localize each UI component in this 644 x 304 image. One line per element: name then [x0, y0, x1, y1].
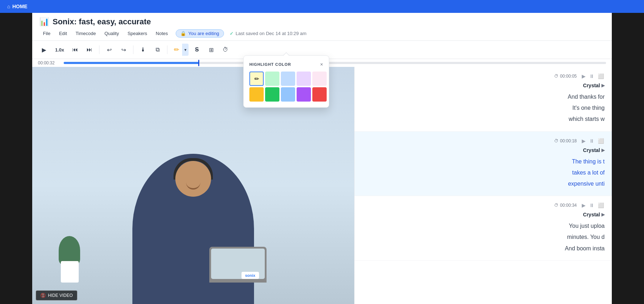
clock-icon-2: ⏱: [554, 138, 558, 143]
menu-edit[interactable]: Edit: [55, 29, 70, 38]
timeline-fill: [64, 62, 199, 64]
color-swatch-light-green[interactable]: [265, 72, 279, 86]
editing-badge: 🔒 You are editing: [176, 29, 224, 38]
menu-file[interactable]: File: [39, 29, 54, 38]
color-swatch-blue[interactable]: [281, 87, 295, 102]
color-swatch-purple[interactable]: [297, 87, 311, 102]
menu-speakers[interactable]: Speakers: [124, 29, 151, 38]
menu-quality[interactable]: Quality: [101, 29, 122, 38]
color-swatch-light-purple[interactable]: [297, 72, 311, 86]
popup-close-button[interactable]: ×: [320, 62, 323, 67]
color-swatch-yellow[interactable]: [249, 87, 264, 102]
segment-time-1: ⏱ 00:00:05: [554, 74, 577, 79]
hide-video-button[interactable]: 📵 HIDE VIDEO: [36, 290, 77, 300]
seg-note-btn-1[interactable]: ⬜: [597, 73, 605, 80]
color-grid: ✏: [249, 72, 323, 102]
separator-3: [167, 45, 167, 54]
host-head: [175, 161, 211, 197]
speaker-name-2[interactable]: Crystal ▶: [583, 147, 605, 153]
segment-meta-3: ⏱ 00:00:34 ▶ ⏸ ⬜: [362, 202, 605, 209]
highlight-color-popup: HIGHLIGHT COLOR × ✏: [243, 55, 329, 108]
color-swatch-green[interactable]: [265, 87, 279, 102]
speaker-arrow-icon-3: ▶: [601, 212, 605, 217]
laptop-screen: sonix: [211, 249, 265, 279]
highlight-button[interactable]: ✏: [171, 44, 182, 56]
highlight-dropdown-button[interactable]: ▼: [182, 44, 189, 56]
popup-arrow: [283, 53, 289, 56]
segment-actions-2: ▶ ⏸ ⬜: [581, 137, 605, 144]
segment-actions-1: ▶ ⏸ ⬜: [581, 73, 605, 80]
strikethrough-button[interactable]: S: [191, 44, 203, 56]
timeline-cursor: [198, 60, 199, 66]
speaker-arrow-icon-1: ▶: [601, 83, 605, 88]
menu-timecode[interactable]: Timecode: [72, 29, 99, 38]
highlight-btn-group: ✏ ▼: [171, 44, 189, 56]
segment-time-3: ⏱ 00:00:34: [554, 203, 577, 208]
popup-header: HIGHLIGHT COLOR ×: [249, 62, 323, 67]
seg-note-btn-3[interactable]: ⬜: [597, 202, 605, 209]
clock-button[interactable]: ⏱: [219, 44, 231, 56]
title-row: 📊 Sonix: fast, easy, accurate: [39, 17, 605, 26]
temperature-button[interactable]: 🌡: [137, 44, 149, 56]
menu-notes[interactable]: Notes: [152, 29, 171, 38]
transcript-text-2[interactable]: The thing is t takes a lot of expensive …: [362, 157, 605, 189]
play-button[interactable]: ▶: [38, 44, 50, 56]
home-icon: ⌂: [7, 4, 10, 9]
lock-icon: 🔒: [180, 31, 186, 36]
editing-badge-label: You are editing: [188, 31, 219, 36]
copy-button[interactable]: ⧉: [151, 44, 164, 56]
transcript-text-1[interactable]: And thanks for It's one thing which star…: [362, 92, 605, 124]
saved-status: ✓ Last saved on Dec 14 at 10:29 am: [230, 31, 307, 36]
undo-button[interactable]: ↩: [103, 44, 115, 56]
timeline-bar[interactable]: [64, 62, 606, 64]
video-off-icon: 📵: [40, 293, 46, 298]
seg-pause-btn-2[interactable]: ⏸: [589, 137, 595, 144]
rewind-button[interactable]: ⏮: [69, 44, 81, 56]
separator-1: [99, 45, 99, 54]
plant-pot: [61, 261, 79, 283]
speaker-row-1: Crystal ▶: [362, 83, 605, 88]
seg-pause-btn-1[interactable]: ⏸: [589, 73, 595, 80]
color-swatch-eraser[interactable]: ✏: [249, 72, 264, 86]
clone-button[interactable]: ⊞: [205, 44, 217, 56]
plant-leaves: [59, 236, 80, 265]
transcript-segment: ⏱ 00:00:05 ▶ ⏸ ⬜ Crystal ▶: [355, 67, 612, 132]
clock-icon-1: ⏱: [554, 74, 558, 79]
speaker-name-1[interactable]: Crystal ▶: [583, 83, 605, 88]
seg-play-btn-1[interactable]: ▶: [581, 73, 586, 80]
transcript-panel[interactable]: ⏱ 00:00:05 ▶ ⏸ ⬜ Crystal ▶: [354, 67, 612, 304]
speaker-name-3[interactable]: Crystal ▶: [583, 212, 605, 217]
popup-title: HIGHLIGHT COLOR: [249, 62, 291, 67]
segment-actions-3: ▶ ⏸ ⬜: [581, 202, 605, 209]
segment-meta-1: ⏱ 00:00:05 ▶ ⏸ ⬜: [362, 73, 605, 80]
sonix-logo: sonix: [241, 272, 259, 279]
saved-status-label: Last saved on Dec 14 at 10:29 am: [236, 31, 307, 36]
speaker-arrow-icon-2: ▶: [601, 148, 605, 153]
host-smile: [186, 182, 200, 190]
segment-meta-2: ⏱ 00:00:18 ▶ ⏸ ⬜: [362, 137, 605, 144]
speaker-row-2: Crystal ▶: [362, 147, 605, 153]
check-icon: ✓: [230, 31, 234, 36]
speed-button[interactable]: 1.0x: [52, 44, 67, 56]
transcript-segment-2: ⏱ 00:00:18 ▶ ⏸ ⬜ Crystal ▶: [355, 132, 612, 196]
color-swatch-light-blue[interactable]: [281, 72, 295, 86]
hide-video-label: HIDE VIDEO: [48, 293, 73, 298]
seg-play-btn-3[interactable]: ▶: [581, 202, 586, 209]
speaker-row-3: Crystal ▶: [362, 212, 605, 217]
transcript-segment-3: ⏱ 00:00:34 ▶ ⏸ ⬜ Crystal ▶: [355, 196, 612, 261]
seg-play-btn-2[interactable]: ▶: [581, 137, 586, 144]
home-label[interactable]: HOME: [12, 4, 27, 9]
menu-row: File Edit Timecode Quality Speakers Note…: [39, 29, 605, 38]
color-swatch-light-pink[interactable]: [312, 72, 327, 86]
color-swatch-red[interactable]: [312, 87, 327, 102]
editor-title: Sonix: fast, easy, accurate: [53, 17, 151, 26]
forward-button[interactable]: ⏭: [83, 44, 96, 56]
redo-button[interactable]: ↪: [117, 44, 130, 56]
editor-header: 📊 Sonix: fast, easy, accurate File Edit …: [32, 13, 612, 41]
sonix-bars-icon: 📊: [39, 17, 49, 26]
transcript-text-3[interactable]: You just uploa minutes. You d And boom i…: [362, 221, 605, 253]
seg-note-btn-2[interactable]: ⬜: [597, 137, 605, 144]
current-time: 00:00:32: [38, 60, 59, 65]
seg-pause-btn-3[interactable]: ⏸: [589, 202, 595, 209]
segment-time-2: ⏱ 00:00:18: [554, 138, 577, 143]
